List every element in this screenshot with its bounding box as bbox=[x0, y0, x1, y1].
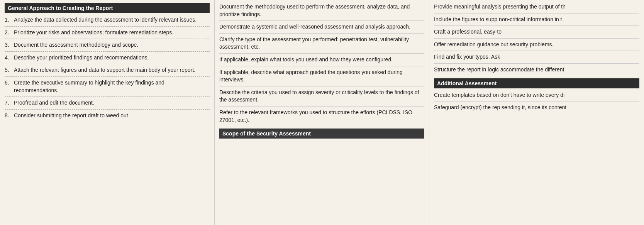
text-item: Demonstrate a systemic and well-reasoned… bbox=[219, 23, 424, 34]
text-item: Include the figures to supp non-critical… bbox=[434, 16, 639, 26]
list-number: 3. bbox=[5, 41, 14, 49]
column-2: Document the methodology used to perform… bbox=[215, 0, 429, 225]
list-text: Analyze the data collected during the as… bbox=[14, 16, 197, 24]
column-3: Provide meaningful analysis presenting t… bbox=[429, 0, 644, 225]
list-item: 1. Analyze the data collected during the… bbox=[5, 16, 210, 27]
text-item: If applicable, describe what approach gu… bbox=[219, 69, 424, 86]
list-number: 1. bbox=[5, 16, 14, 24]
list-text: Prioritize your risks and observations; … bbox=[14, 29, 173, 37]
list-text: Proofread and edit the document. bbox=[14, 99, 94, 107]
list-item: 5. Attach the relevant figures and data … bbox=[5, 66, 210, 77]
list-item: 6. Create the executive summary to highl… bbox=[5, 79, 210, 97]
list-text: Document the assessment methodology and … bbox=[14, 41, 138, 49]
list-text: Describe your prioritized findings and r… bbox=[14, 54, 149, 62]
list-text: Create the executive summary to highligh… bbox=[14, 79, 210, 94]
column-1: General Approach to Creating the Report … bbox=[0, 0, 215, 225]
list-text: Consider submitting the report draft to … bbox=[14, 112, 128, 120]
text-item: Provide meaningful analysis presenting t… bbox=[434, 3, 639, 14]
list-item: 3. Document the assessment methodology a… bbox=[5, 41, 210, 52]
text-item: Craft a professional, easy-to bbox=[434, 28, 639, 39]
text-item: If applicable, explain what tools you us… bbox=[219, 56, 424, 66]
col3-header2: Additional Assessment bbox=[434, 78, 639, 88]
col2-header2: Scope of the Security Assessment bbox=[219, 129, 424, 139]
col3-bottom-list: Create templates based on don't have to … bbox=[434, 91, 639, 114]
list-item: 2. Prioritize your risks and observation… bbox=[5, 29, 210, 39]
col3-top-list: Provide meaningful analysis presenting t… bbox=[434, 3, 639, 76]
col2-top-list: Document the methodology used to perform… bbox=[219, 3, 424, 126]
list-number: 4. bbox=[5, 54, 14, 62]
list-number: 5. bbox=[5, 66, 14, 74]
text-item: Clarify the type of the assessment you p… bbox=[219, 36, 424, 54]
text-item: Document the methodology used to perform… bbox=[219, 3, 424, 21]
text-item: Safeguard (encrypt) the rep sending it, … bbox=[434, 104, 639, 114]
page-container: General Approach to Creating the Report … bbox=[0, 0, 644, 225]
text-item: Find and fix your typos. Ask bbox=[434, 53, 639, 64]
list-item: 7. Proofread and edit the document. bbox=[5, 99, 210, 110]
list-item: 4. Describe your prioritized findings an… bbox=[5, 54, 210, 64]
list-item: 8. Consider submitting the report draft … bbox=[5, 112, 210, 122]
list-number: 2. bbox=[5, 29, 14, 37]
list-number: 7. bbox=[5, 99, 14, 107]
text-item: Offer remediation guidance out security … bbox=[434, 41, 639, 51]
list-text: Attach the relevant figures and data to … bbox=[14, 66, 195, 74]
text-item: Structure the report in logic accommodat… bbox=[434, 66, 639, 76]
list-number: 6. bbox=[5, 79, 14, 94]
text-item: Refer to the relevant frameworks you use… bbox=[219, 109, 424, 126]
col1-header: General Approach to Creating the Report bbox=[5, 3, 210, 13]
col1-list: 1. Analyze the data collected during the… bbox=[5, 16, 210, 122]
list-number: 8. bbox=[5, 112, 14, 120]
text-item: Create templates based on don't have to … bbox=[434, 91, 639, 102]
text-item: Describe the criteria you used to assign… bbox=[219, 89, 424, 107]
